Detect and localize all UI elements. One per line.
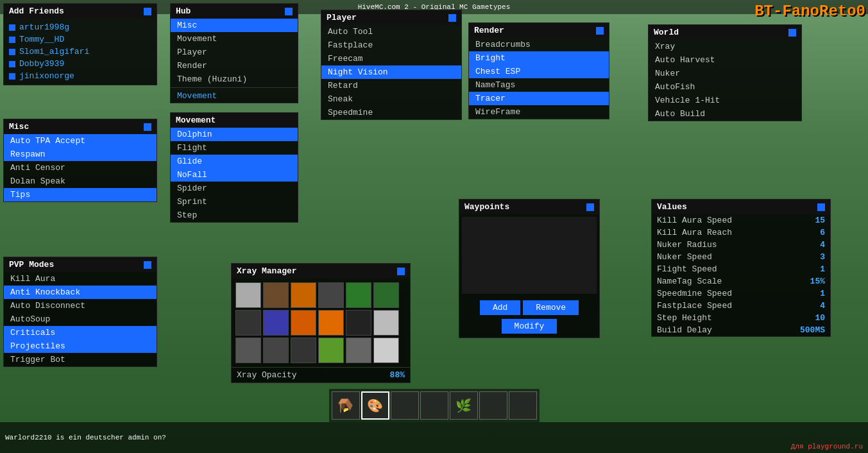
hub-dot[interactable] [285,8,293,15]
xray-block-13[interactable] [263,338,289,363]
xray-block-5[interactable] [373,282,399,308]
add-friends-dot[interactable] [144,8,151,15]
xray-block-7[interactable] [263,310,289,336]
hub-item[interactable]: Misc [171,19,298,32]
movement-item[interactable]: NoFall [171,168,298,182]
render-dot[interactable] [596,27,604,35]
xray-block-11[interactable] [373,310,399,336]
xray-block-1[interactable] [263,282,289,308]
toolbar-slot-6[interactable] [479,391,507,420]
player-item[interactable]: Retard [321,79,461,92]
hub-item[interactable]: Render [171,59,298,73]
pvp-item[interactable]: Trigger Bot [4,353,157,366]
xray-block-3[interactable] [318,282,344,308]
hub-item[interactable]: Movement [171,32,298,46]
misc-item[interactable]: Respawn [4,148,157,161]
toolbar-slot-4[interactable] [420,391,448,420]
xray-block-6[interactable] [235,310,261,336]
pvp-item[interactable]: Criticals [4,326,157,339]
movement-item[interactable]: Dolphin [171,128,298,141]
xray-block-9[interactable] [318,310,344,336]
toolbar-slot-1[interactable]: 🪤 [332,391,360,420]
hub-item[interactable]: Theme (Huzuni) [171,73,298,86]
friend-item[interactable]: jinixonorge [4,70,157,82]
player-item[interactable]: Freecam [321,52,461,65]
toolbar-slot-2[interactable]: 🎨 [361,391,389,420]
xray-opacity-value: 88% [390,370,405,380]
movement-item[interactable]: Step [171,209,298,222]
player-item[interactable]: Fastplace [321,38,461,52]
xray-block-17[interactable] [373,338,399,363]
xray-panel: Xray Manager Xray Opacity 88% [231,263,411,383]
player-item[interactable]: Auto Tool [321,25,461,38]
hub-movement-sub[interactable]: Movement [171,89,298,103]
misc-dot[interactable] [144,123,151,131]
misc-item[interactable]: Dolan Speak [4,175,157,188]
misc-item[interactable]: Tips [4,188,157,201]
render-item[interactable]: Bright [469,51,609,65]
values-dot[interactable] [817,203,825,211]
world-item[interactable]: Nuker [649,67,801,80]
player-item[interactable]: Sneak [321,92,461,106]
xray-block-15[interactable] [318,338,344,363]
waypoints-modify-button[interactable]: Modify [502,319,557,334]
values-num: 1 [820,289,825,298]
movement-item[interactable]: Flight [171,141,298,155]
toolbar-slot-7[interactable] [509,391,537,420]
values-items: Kill Aura Speed15Kill Aura Reach6Nuker R… [652,214,830,336]
misc-item[interactable]: Anti Censor [4,161,157,175]
world-item[interactable]: Auto Build [649,107,801,121]
values-num: 4 [820,240,825,250]
xray-block-16[interactable] [346,338,371,363]
waypoints-remove-button[interactable]: Remove [523,300,579,315]
hub-item[interactable]: Player [171,46,298,59]
player-dot[interactable] [448,14,456,22]
waypoints-add-button[interactable]: Add [480,300,520,315]
world-item[interactable]: Vehicle 1-Hit [649,94,801,107]
misc-item[interactable]: Auto TPA Accept [4,134,157,148]
xray-block-0[interactable] [235,282,261,308]
pvp-item[interactable]: Projectiles [4,339,157,353]
xray-dot[interactable] [397,268,405,275]
toolbar-slot-5[interactable]: 🌿 [450,391,478,420]
movement-header: Movement [171,113,298,128]
player-item[interactable]: Night Vision [321,65,461,79]
xray-block-14[interactable] [291,338,316,363]
render-item[interactable]: WireFrame [469,105,609,119]
xray-block-4[interactable] [346,282,371,308]
world-item[interactable]: AutoFish [649,80,801,94]
xray-block-10[interactable] [346,310,371,336]
friends-list: artur1998gTommy__HDSlomi_algifariDobby39… [4,19,157,85]
render-item[interactable]: Tracer [469,92,609,105]
xray-block-2[interactable] [291,282,316,308]
friend-item[interactable]: Slomi_algifari [4,46,157,58]
render-item[interactable]: Breadcrumbs [469,38,609,51]
xray-block-12[interactable] [235,338,261,363]
world-item[interactable]: Auto Harvest [649,53,801,67]
world-dot[interactable] [788,29,796,37]
movement-item[interactable]: Glide [171,155,298,168]
render-item[interactable]: NameTags [469,78,609,92]
values-row: Nuker Speed3 [652,251,830,263]
xray-grid [232,278,410,367]
values-row: Speedmine Speed1 [652,287,830,300]
toolbar-slot-3[interactable] [391,391,419,420]
xray-block-8[interactable] [291,310,316,336]
friend-item[interactable]: artur1998g [4,21,157,33]
pvp-item[interactable]: AutoSoup [4,312,157,326]
waypoints-dot[interactable] [586,203,594,211]
friend-item[interactable]: Tommy__HD [4,33,157,46]
movement-item[interactable]: Spider [171,182,298,195]
friend-item[interactable]: Dobby3939 [4,58,157,70]
render-item[interactable]: Chest ESP [469,65,609,78]
world-item[interactable]: Xray [649,40,801,53]
movement-item[interactable]: Sprint [171,195,298,209]
add-friends-header: Add Friends [4,4,157,19]
player-items: Auto ToolFastplaceFreecamNight VisionRet… [321,25,461,119]
pvp-dot[interactable] [144,261,151,269]
pvp-item[interactable]: Auto Disconnect [4,299,157,312]
player-item[interactable]: Speedmine [321,106,461,119]
add-friends-panel: Add Friends artur1998gTommy__HDSlomi_alg… [3,3,157,85]
pvp-item[interactable]: Anti Knockback [4,286,157,299]
pvp-item[interactable]: Kill Aura [4,272,157,286]
